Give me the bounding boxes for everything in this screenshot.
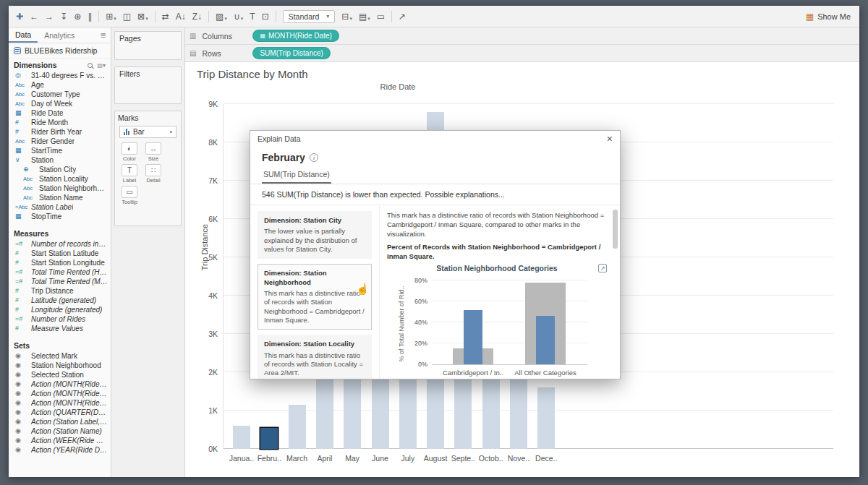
fix-axes-icon[interactable]: ⊡ (262, 12, 269, 21)
measure-field-measure-values[interactable]: #Measure Values (9, 324, 111, 333)
datasource-item[interactable]: BLUEBikes Ridership (9, 43, 111, 59)
color-button[interactable]: ◐Color (120, 142, 139, 162)
undo-icon[interactable]: ← (30, 12, 38, 21)
explain-bar-selected-mark-cambridgeport-in[interactable] (464, 310, 482, 364)
dimension-field-age[interactable]: AbcAge (9, 80, 111, 90)
measure-field-number-of-rides[interactable]: =#Number of Rides (9, 314, 111, 324)
y-tick-label: 6K (195, 215, 218, 223)
measure-field-latitude-generated[interactable]: #Latitude (generated) (9, 296, 111, 305)
tab-data[interactable]: Data (9, 27, 38, 43)
worksheet-canvas[interactable]: Trip Distance by Month Ride Date Trip Di… (185, 62, 859, 477)
measure-field-number-of-records-in-sel[interactable]: =#Number of records in Sel.. (9, 239, 111, 249)
columns-shelf[interactable]: ▥ Columns ▦ MONTH(Ride Date) (185, 27, 859, 45)
text-field-icon: Abc (15, 82, 29, 88)
rows-shelf[interactable]: ▤ Rows SUM(Trip Distance) (185, 45, 859, 62)
set-field-selected-mark[interactable]: ◉Selected Mark (9, 351, 111, 361)
explanation-body: This mark has a distinctive ratio of rec… (264, 289, 365, 325)
set-field-action-year-ride-date[interactable]: ◉Action (YEAR(Ride Date)) (9, 445, 111, 455)
show-hide-cards-icon[interactable]: ▤▾ (359, 12, 370, 21)
set-field-action-month-ride-dat[interactable]: ◉Action (MONTH(Ride Dat.. (9, 398, 111, 408)
view-options-icon[interactable]: ▤▾ (97, 62, 106, 69)
explanation-card-dimension-station-locality[interactable]: Dimension: Station LocalityThis mark has… (258, 335, 372, 379)
open-chart-icon[interactable]: ↗ (598, 264, 607, 272)
pane-menu-icon[interactable]: ≣ (96, 31, 111, 39)
dimension-field-ride-date[interactable]: ▦Ride Date (9, 108, 111, 118)
dimension-field-station-neighborhood[interactable]: AbcStation Neighborhood (9, 184, 111, 193)
mark-type-dropdown[interactable]: Bar ▾ (119, 126, 176, 138)
dimension-field-station-label[interactable]: =AbcStation Label (9, 202, 111, 212)
measure-field-trip-distance[interactable]: #Trip Distance (9, 286, 111, 296)
tooltip-button[interactable]: ▭Tooltip (120, 186, 139, 205)
measure-field-start-station-longitude[interactable]: #Start Station Longitude (9, 258, 111, 267)
bar-march[interactable] (289, 405, 306, 449)
add-data-source-icon[interactable]: ⊕ (74, 12, 81, 21)
show-me-button[interactable]: ▦ Show Me (806, 12, 852, 22)
bar-january[interactable] (233, 426, 250, 449)
scrollbar-thumb[interactable] (613, 210, 618, 249)
pill-sum-trip-distance[interactable]: SUM(Trip Distance) (252, 47, 330, 59)
size-button[interactable]: ↔Size (144, 142, 163, 162)
fit-mode-dropdown[interactable]: Standard ▾ (283, 10, 336, 23)
tableau-logo-icon[interactable]: ✚ (16, 12, 23, 21)
measure-field-start-station-latitude[interactable]: #Start Station Latitude (9, 249, 111, 258)
set-field-selected-station[interactable]: ◉Selected Station (9, 370, 111, 379)
redo-icon[interactable]: → (45, 12, 54, 21)
share-icon[interactable]: ↗ (399, 12, 406, 21)
dimension-field-station-city[interactable]: ⊕Station City (9, 165, 111, 174)
dimension-field-station-locality[interactable]: AbcStation Locality (9, 174, 111, 184)
set-field-station-neighborhood[interactable]: ◉Station Neighborhood (9, 361, 111, 370)
explanation-card-dimension-station-city[interactable]: Dimension: Station CityThe lower value i… (258, 211, 372, 259)
tab-analytics[interactable]: Analytics (38, 28, 81, 42)
tab-sum-trip-distance[interactable]: SUM(Trip Distance) (262, 168, 331, 184)
field-label: Number of Rides (31, 315, 85, 323)
fit-width-icon[interactable]: ⊟▾ (341, 12, 352, 21)
pages-shelf[interactable]: Pages (114, 31, 182, 60)
dimension-field-rider-birth-year[interactable]: #Rider Birth Year (9, 127, 111, 137)
set-field-action-week-ride-date[interactable]: ◉Action (WEEK(Ride Date)) (9, 436, 111, 445)
presentation-mode-icon[interactable]: ▭ (377, 12, 385, 21)
set-field-action-station-label-stat[interactable]: ◉Action (Station Label,Stat.. (9, 417, 111, 426)
set-field-action-quarter-date[interactable]: ◉Action (QUARTER(Date).. (9, 408, 111, 417)
close-icon[interactable]: × (607, 134, 613, 144)
pause-updates-icon[interactable]: ∥ (88, 12, 92, 21)
swap-axes-icon[interactable]: ⇄ (162, 12, 169, 21)
sort-ascending-icon[interactable]: A↓ (176, 12, 186, 21)
search-icon[interactable] (88, 63, 93, 68)
dimension-field-station-name[interactable]: AbcStation Name (9, 193, 111, 202)
measure-field-total-time-rented-minute[interactable]: =#Total Time Rented (Minute (9, 277, 111, 286)
label-button[interactable]: TLabel (120, 164, 139, 184)
marks-card[interactable]: Marks Bar ▾ ◐Color↔SizeTLabel∷Detail▭Too… (114, 111, 182, 226)
bar-february[interactable] (260, 428, 278, 449)
filters-shelf[interactable]: Filters (114, 66, 182, 104)
new-worksheet-icon[interactable]: ⊞▾ (106, 12, 116, 21)
set-field-action-month-ride-dat[interactable]: ◉Action (MONTH(Ride Dat.. (9, 389, 111, 398)
clear-sheet-icon[interactable]: ⊠▾ (137, 12, 148, 21)
dimension-field-starttime[interactable]: ▦StartTime (9, 146, 111, 155)
scrollbar[interactable] (613, 210, 618, 373)
explain-chart-header: Station Neighborhood Categories ↗ (387, 264, 607, 272)
sort-descending-icon[interactable]: Z↓ (192, 12, 202, 21)
dimension-field-customer-type[interactable]: AbcCustomer Type (9, 90, 111, 99)
dimension-field-rider-gender[interactable]: AbcRider Gender (9, 137, 111, 146)
group-members-icon[interactable]: ∪▾ (234, 12, 243, 21)
measure-field-total-time-rented-hours[interactable]: =#Total Time Rented (Hours) (9, 267, 111, 277)
dialog-titlebar[interactable]: Explain Data × (250, 131, 620, 147)
dimension-field-stoptime[interactable]: ▦StopTime (9, 212, 111, 221)
dimension-field-station[interactable]: ∨Station (9, 155, 111, 165)
measure-field-longitude-generated[interactable]: #Longitude (generated) (9, 305, 111, 314)
show-mark-labels-icon[interactable]: T (250, 12, 255, 21)
explanation-card-dimension-station-neighborhood[interactable]: Dimension: Station NeighborhoodThis mark… (258, 264, 372, 330)
info-icon[interactable]: i (310, 153, 318, 162)
detail-button[interactable]: ∷Detail (144, 164, 163, 184)
dimension-field-day-of-week[interactable]: AbcDay of Week (9, 99, 111, 108)
set-field-action-month-ride-da[interactable]: ◉Action (MONTH(Ride Da.. (9, 379, 111, 389)
duplicate-sheet-icon[interactable]: ◫ (123, 12, 131, 21)
dimension-field-ride-month[interactable]: #Ride Month (9, 118, 111, 127)
explain-bar-selected-mark-all-other-categories[interactable] (536, 316, 555, 364)
save-icon[interactable]: ↧ (60, 12, 67, 21)
pill-month-ride-date[interactable]: ▦ MONTH(Ride Date) (252, 30, 339, 42)
dimension-field-31-40-degrees-f-vs-ot[interactable]: ◎31-40 degrees F vs. Ot.. (9, 71, 111, 80)
highlight-icon[interactable]: ▨▾ (216, 12, 227, 21)
set-field-action-station-name[interactable]: ◉Action (Station Name) (9, 426, 111, 436)
bar-december[interactable] (537, 387, 555, 449)
